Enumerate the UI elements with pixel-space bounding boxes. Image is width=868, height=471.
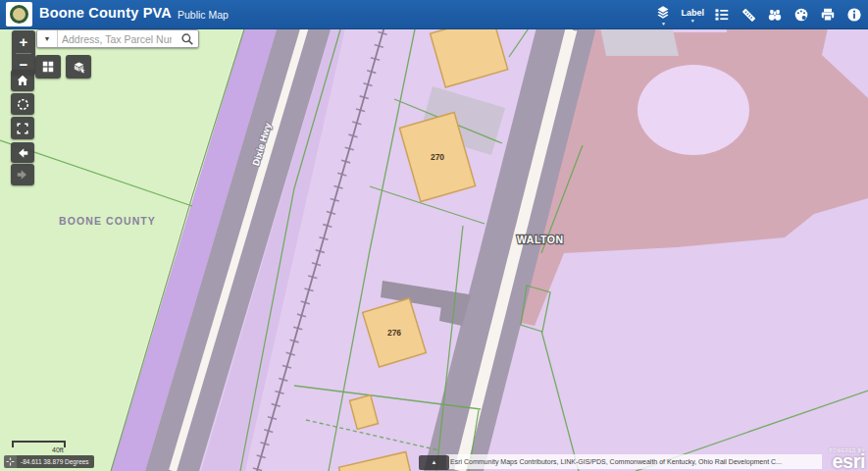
locate-icon xyxy=(16,97,30,112)
coordinates-badge[interactable]: -84.611 38.879 Degrees xyxy=(4,455,94,468)
county-seal-icon xyxy=(10,5,28,24)
crosshair-icon xyxy=(4,455,17,468)
boone-county-pva-app: BOONE COUNTY WALTON Dixie Hwy 270 276 Bo… xyxy=(0,0,868,471)
ruler-icon xyxy=(740,7,757,24)
next-extent-button[interactable] xyxy=(11,164,34,185)
layers-button[interactable]: ▼ xyxy=(654,0,672,29)
esri-brand-text: esri xyxy=(829,453,865,470)
attribution-text: Esri Community Maps Contributors, LINK-G… xyxy=(446,454,822,469)
search-submit-button[interactable] xyxy=(176,30,198,47)
basemap-gallery-button[interactable] xyxy=(35,55,61,78)
selection-tool-icon xyxy=(72,60,86,75)
info-button[interactable] xyxy=(845,0,863,29)
map-canvas[interactable]: BOONE COUNTY WALTON Dixie Hwy 270 276 xyxy=(0,0,868,471)
coordinates-text: -84.611 38.879 Degrees xyxy=(21,458,89,465)
binoculars-icon xyxy=(767,7,783,23)
rose-blob xyxy=(638,65,749,155)
parcel-270-label: 270 xyxy=(431,152,444,162)
print-button[interactable] xyxy=(819,0,837,29)
chevron-down-icon: ▼ xyxy=(661,22,666,26)
search-input[interactable] xyxy=(58,30,176,47)
legend-icon xyxy=(714,7,730,23)
search-dropdown-button[interactable]: ▼ xyxy=(37,30,58,47)
page-subtitle: Public Map xyxy=(178,9,229,21)
search-widget: ▼ xyxy=(36,29,199,48)
measure-button[interactable] xyxy=(740,0,757,29)
header-toolbar: ▼ Label ▼ xyxy=(654,0,863,29)
label-button-text: Label xyxy=(681,8,704,18)
home-button[interactable] xyxy=(11,70,34,91)
page-title: Boone County PVA xyxy=(39,5,172,21)
chevron-down-icon: ▼ xyxy=(690,19,695,23)
attribution-toggle-button[interactable]: ▲ xyxy=(419,455,449,470)
zoom-in-button[interactable]: + xyxy=(12,30,35,53)
esri-logo[interactable]: POWERED BY esri xyxy=(829,448,865,470)
gray-patch-topright xyxy=(600,27,679,56)
fullscreen-icon xyxy=(16,122,29,135)
locate-button[interactable] xyxy=(11,93,34,115)
scale-label: 40ft xyxy=(52,446,64,453)
forward-arrow-icon xyxy=(16,168,29,182)
app-header: Boone County PVA Public Map ▼ Label ▼ xyxy=(0,0,868,29)
palette-icon xyxy=(793,7,809,23)
parcel-276-label: 276 xyxy=(387,328,401,338)
search-icon xyxy=(180,32,194,46)
printer-icon xyxy=(820,7,836,23)
draw-button[interactable] xyxy=(792,0,810,29)
grid-icon xyxy=(41,60,55,74)
layers-icon xyxy=(655,5,671,21)
home-icon xyxy=(16,74,29,87)
previous-extent-button[interactable] xyxy=(11,142,34,163)
county-seal-logo xyxy=(6,2,32,26)
fullscreen-button[interactable] xyxy=(11,117,34,139)
county-label: BOONE COUNTY xyxy=(59,215,156,227)
label-toggle-button[interactable]: Label ▼ xyxy=(681,0,704,29)
powered-by-text: POWERED BY xyxy=(829,448,865,453)
selection-tool-button[interactable] xyxy=(66,55,91,78)
info-icon xyxy=(846,7,862,23)
legend-button[interactable] xyxy=(713,0,731,29)
search-tools-button[interactable] xyxy=(766,0,784,29)
back-arrow-icon xyxy=(16,146,29,160)
city-label: WALTON xyxy=(517,234,564,245)
